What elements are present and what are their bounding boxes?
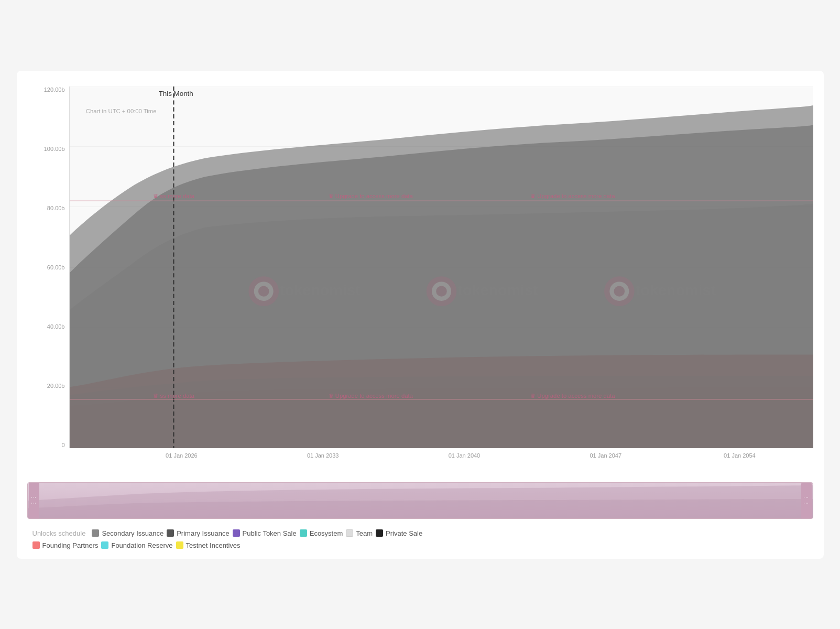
- left-handle-icon: ⋮⋮: [31, 495, 37, 506]
- svg-text:This Month: This Month: [158, 90, 193, 97]
- svg-text:♛ Upgrade to access more data: ♛ Upgrade to access more data: [328, 193, 413, 199]
- legend-item-private-sale: Private Sale: [376, 529, 422, 537]
- chart-container: 120.00b 100.00b 80.00b 60.00b 40.00b 20.…: [17, 71, 824, 559]
- y-label-6: 0: [61, 442, 64, 448]
- foundation-reserve-color: [101, 541, 108, 549]
- ecosystem-label: Ecosystem: [310, 529, 343, 537]
- legend-item-secondary-issuance: Secondary Issuance: [92, 529, 163, 537]
- legend-item-ecosystem: Ecosystem: [300, 529, 343, 537]
- svg-text:♛ Upgrade to access more data: ♛ Upgrade to access more data: [530, 193, 615, 199]
- private-sale-label: Private Sale: [386, 529, 422, 537]
- svg-text:Chart in UTC + 00:00 Time: Chart in UTC + 00:00 Time: [85, 107, 156, 114]
- secondary-issuance-color: [92, 529, 99, 537]
- svg-text:♛ ss more data: ♛ ss more data: [153, 392, 194, 398]
- testnet-incentives-label: Testnet Incentives: [186, 541, 241, 549]
- range-handle-right[interactable]: ⋮⋮: [801, 483, 812, 518]
- x-label-4: 01 Jan 2054: [724, 452, 756, 459]
- legend-row-1: Unlocks schedule Secondary Issuance Prim…: [32, 529, 808, 537]
- y-label-2: 80.00b: [47, 205, 65, 211]
- svg-text:♛ Upgrade to access more data: ♛ Upgrade to access more data: [328, 392, 413, 398]
- primary-issuance-label: Primary Issuance: [177, 529, 229, 537]
- y-axis: 120.00b 100.00b 80.00b 60.00b 40.00b 20.…: [27, 86, 69, 448]
- y-label-3: 60.00b: [47, 264, 65, 270]
- legend-item-founding-partners: Founding Partners: [32, 541, 99, 549]
- range-slider-track: [28, 483, 813, 518]
- legend-item-foundation-reserve: Foundation Reserve: [101, 541, 172, 549]
- y-label-1: 100.00b: [44, 146, 65, 152]
- svg-text:♛ Upgrade to access more data: ♛ Upgrade to access more data: [530, 392, 615, 398]
- x-label-0: 01 Jan 2026: [166, 452, 198, 459]
- chart-svg: tokenomist tokenomist tokenomist ♛: [70, 86, 813, 448]
- public-token-sale-color: [233, 529, 240, 537]
- legend-area: Unlocks schedule Secondary Issuance Prim…: [27, 529, 813, 549]
- x-label-3: 01 Jan 2047: [590, 452, 622, 459]
- ecosystem-color: [300, 529, 307, 537]
- y-label-4: 40.00b: [47, 323, 65, 330]
- y-label-5: 20.00b: [47, 383, 65, 389]
- private-sale-color: [376, 529, 383, 537]
- foundation-reserve-label: Foundation Reserve: [111, 541, 172, 549]
- founding-partners-label: Founding Partners: [42, 541, 99, 549]
- secondary-issuance-label: Secondary Issuance: [102, 529, 163, 537]
- public-token-sale-label: Public Token Sale: [243, 529, 297, 537]
- legend-row-2: Founding Partners Foundation Reserve Tes…: [32, 541, 808, 549]
- range-handle-left[interactable]: ⋮⋮: [29, 483, 39, 518]
- founding-partners-color: [32, 541, 40, 549]
- team-label: Team: [356, 529, 373, 537]
- x-label-1: 01 Jan 2033: [307, 452, 339, 459]
- svg-text:♛ ss more data: ♛ ss more data: [153, 193, 194, 199]
- testnet-incentives-color: [176, 541, 183, 549]
- legend-item-primary-issuance: Primary Issuance: [167, 529, 229, 537]
- plot-area: tokenomist tokenomist tokenomist ♛: [69, 86, 813, 448]
- right-handle-icon: ⋮⋮: [803, 495, 809, 506]
- unlocks-schedule-label: Unlocks schedule: [32, 529, 86, 537]
- x-axis: 01 Jan 2026 01 Jan 2033 01 Jan 2040 01 J…: [69, 448, 813, 480]
- chart-area: 120.00b 100.00b 80.00b 60.00b 40.00b 20.…: [27, 86, 813, 480]
- team-color: [346, 529, 353, 537]
- primary-issuance-color: [167, 529, 174, 537]
- x-label-2: 01 Jan 2040: [449, 452, 481, 459]
- legend-item-team: Team: [346, 529, 373, 537]
- legend-item-testnet-incentives: Testnet Incentives: [176, 541, 241, 549]
- y-label-0: 120.00b: [44, 86, 65, 93]
- legend-item-public-token-sale: Public Token Sale: [233, 529, 297, 537]
- range-slider[interactable]: ⋮⋮ ⋮⋮: [27, 482, 813, 519]
